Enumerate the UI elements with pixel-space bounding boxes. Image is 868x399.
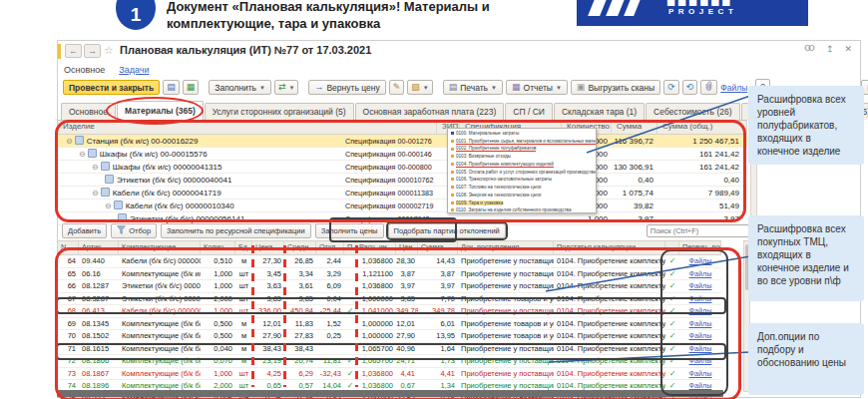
page-heading: Документ «Плановая калькуляция»! Материа… xyxy=(167,0,490,32)
post-document-button[interactable]: ▦ xyxy=(183,80,200,95)
close-icon[interactable]: ✕ xyxy=(844,44,852,54)
main-toolbar: Провести и закрыть ▤ ▦ Заполнить▼ ⇄▼ →Ве… xyxy=(63,79,868,96)
fill-menu-button[interactable]: Заполнить▼ xyxy=(209,80,271,95)
page-heading-line1: Документ «Плановая калькуляция»! Материа… xyxy=(167,0,490,15)
doc-tab-6[interactable]: Складская тара (1) xyxy=(554,103,645,120)
company-logo: ■■■■■■ PROJECT xyxy=(577,0,808,26)
printer-icon: ▤ xyxy=(449,83,458,92)
update-icon: ⟲ xyxy=(686,83,694,92)
return-price-arrow-icon: → xyxy=(314,83,323,92)
annotation-dash-average-column xyxy=(283,245,286,387)
print-menu-button[interactable]: ▤Печать▼ xyxy=(443,80,503,95)
reports-menu-button[interactable]: ▦Отчеты▼ xyxy=(506,80,568,95)
doc-tab-3[interactable]: Услуги сторонних организаций (5) xyxy=(205,103,354,120)
favorite-star-icon[interactable]: ☆ xyxy=(104,44,114,57)
post-document-icon: ▦ xyxy=(187,83,196,92)
annotation-dash-coef-column xyxy=(355,245,358,387)
annotation-red-box-upper-table xyxy=(55,120,746,222)
files-link[interactable]: Файлы xyxy=(720,83,747,93)
paperclip-icon xyxy=(704,81,713,94)
post-and-close-button[interactable]: Провести и закрыть xyxy=(63,80,160,95)
step-number-badge: 1 xyxy=(116,0,156,30)
back-button[interactable]: ← xyxy=(65,44,82,58)
annotation-dash-price-column xyxy=(251,245,254,387)
screenshot-root: 1 Документ «Плановая калькуляция»! Матер… xyxy=(0,0,868,399)
save-button[interactable]: ▤ xyxy=(163,80,180,95)
save-icon: ▤ xyxy=(167,83,176,92)
copy-values-icon: ⇄ xyxy=(278,83,286,92)
logo-word-cut: ■■■■■■ xyxy=(666,0,732,6)
pin-icon[interactable]: ↥ xyxy=(826,44,834,54)
fill-by-spec-button[interactable]: Заполнить по ресурсной спецификации xyxy=(161,223,311,238)
add-button[interactable]: Добавить xyxy=(62,223,107,238)
folder-icon: ▧ xyxy=(411,83,420,92)
search-input[interactable] xyxy=(647,224,752,237)
attach-file-button[interactable] xyxy=(700,80,717,95)
tab-zadachi[interactable]: Задачи xyxy=(119,65,149,75)
refresh-icon: ⟳ xyxy=(667,83,675,92)
annotation-note-options: Доп.опции по подбору и обоснованию цены xyxy=(748,323,864,395)
pen-icon: ✎ xyxy=(393,83,401,92)
annotation-note-polufabrikaty: Расшифровка всех уровней полуфабрикатов,… xyxy=(748,86,864,165)
annotation-red-box-lower-table xyxy=(55,247,741,399)
window-title: Плановая калькуляция (ИТ) №77 от 17.03.2… xyxy=(120,44,371,56)
modified-marker xyxy=(58,44,61,59)
tab-osnovnoe[interactable]: Основное xyxy=(64,65,105,75)
refresh-button[interactable]: ⟳ xyxy=(663,80,679,95)
doc-tab-7[interactable]: Себестоимость (26) xyxy=(646,103,739,120)
sign-button[interactable]: ✎ xyxy=(389,80,405,95)
logo-mark-icon xyxy=(593,0,652,18)
page-heading-line2: комплектующие, тара и упаковка xyxy=(167,15,490,32)
export-scans-button[interactable]: ▣Выгрузить сканы xyxy=(571,80,660,95)
scans-icon: ▣ xyxy=(577,83,586,92)
reports-icon: ▦ xyxy=(512,83,521,92)
update-button[interactable]: ⟲ xyxy=(682,80,698,95)
forward-button[interactable]: → xyxy=(84,44,101,58)
logo-project-text: PROJECT xyxy=(668,7,737,16)
window-title-row: ← → ☆ Плановая калькуляция (ИТ) №77 от 1… xyxy=(58,43,860,61)
filter-button[interactable]: Отбор xyxy=(111,223,157,238)
doc-tab-5[interactable]: СП / СИ xyxy=(505,103,553,120)
return-price-button[interactable]: →Вернуть цену xyxy=(308,80,385,95)
annotation-note-tmc: Расшифровка всех покупных ТМЦ, входящих … xyxy=(748,215,864,301)
doc-tab-4[interactable]: Основная заработная плата (223) xyxy=(355,103,505,120)
attachments-menu-button[interactable]: ▧▼ xyxy=(407,80,432,95)
link-icon[interactable] xyxy=(804,44,815,54)
nav-tabs: Основное Задачи xyxy=(64,62,149,77)
funnel-icon xyxy=(117,225,126,236)
copy-values-menu-button[interactable]: ⇄▼ xyxy=(274,80,299,95)
